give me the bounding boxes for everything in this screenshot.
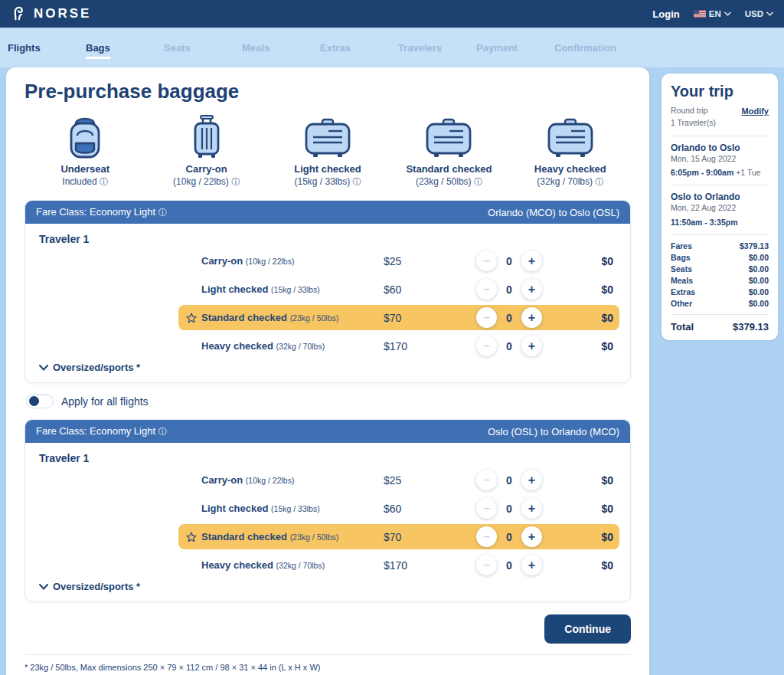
- bag-price: $70: [384, 312, 454, 324]
- increment-button[interactable]: +: [521, 279, 542, 300]
- bag-label: Carry-on (10kg / 22lbs): [201, 255, 384, 267]
- fare-class-label: Fare Class: Economy Light ⓘ: [36, 206, 167, 218]
- leg-date: Mon, 15 Aug 2022: [671, 153, 769, 165]
- norse-logo[interactable]: NORSE: [11, 5, 91, 22]
- decrement-button[interactable]: −: [476, 307, 497, 328]
- apply-all-toggle[interactable]: [26, 394, 54, 408]
- total-value: $379.13: [733, 321, 769, 333]
- bagtype-detail: (15kg / 33lbs) ⓘ: [267, 176, 388, 188]
- fee-row: Fares$379.13: [671, 241, 769, 251]
- decrement-button[interactable]: −: [476, 555, 497, 575]
- star-icon: [185, 312, 198, 324]
- increment-button[interactable]: +: [521, 470, 542, 490]
- info-icon[interactable]: ⓘ: [100, 177, 108, 186]
- increment-button[interactable]: +: [521, 498, 542, 519]
- bag-price: $170: [384, 559, 454, 572]
- quantity-stepper: − 0 +: [454, 279, 564, 300]
- bag-type-legend: Underseat Included ⓘ: [24, 113, 631, 188]
- decrement-button[interactable]: −: [476, 336, 497, 356]
- leg-time: 6:05pm - 9:00am: [671, 168, 733, 177]
- quantity-value: 0: [506, 283, 512, 296]
- bag-price: $60: [384, 283, 454, 296]
- quantity-value: 0: [506, 503, 512, 515]
- modify-link[interactable]: Modify: [742, 106, 769, 116]
- increment-button[interactable]: +: [521, 307, 542, 328]
- bagtype-name: Carry-on: [145, 163, 266, 175]
- bagtype-name: Light checked: [267, 163, 388, 175]
- oversized-sports-expander[interactable]: Oversized/sports *: [39, 581, 619, 592]
- decrement-button[interactable]: −: [476, 498, 497, 519]
- info-icon[interactable]: ⓘ: [474, 177, 482, 186]
- bag-price: $170: [384, 340, 454, 352]
- bag-row-carryon: Carry-on (10kg / 22lbs) $25 − 0 + $0: [36, 247, 619, 275]
- language-selector[interactable]: EN: [694, 9, 731, 18]
- row-total: $0: [564, 474, 613, 487]
- row-total: $0: [564, 283, 613, 296]
- norse-logo-icon: [11, 5, 28, 22]
- info-icon[interactable]: ⓘ: [158, 208, 167, 217]
- bag-row-standard-checked: Standard checked (23kg / 50lbs) $70 − 0 …: [36, 523, 619, 551]
- quantity-value: 0: [506, 559, 512, 572]
- tab-flights[interactable]: Flights: [8, 38, 86, 58]
- top-header: NORSE Login EN USD: [0, 0, 784, 28]
- tab-bags[interactable]: Bags: [86, 38, 164, 58]
- fee-row: Other$0.00: [671, 299, 769, 308]
- chevron-down-icon: [39, 365, 48, 371]
- bag-label: Standard checked (23kg / 50lbs): [201, 531, 384, 542]
- fare-class-label: Fare Class: Economy Light ⓘ: [36, 425, 167, 437]
- trip-title: Your trip: [671, 83, 769, 100]
- checked-suitcase-icon: [545, 117, 596, 160]
- tab-confirmation: Confirmation: [554, 38, 632, 58]
- quantity-value: 0: [506, 474, 512, 487]
- bag-row-heavy-checked: Heavy checked (32kg / 70lbs) $170 − 0 + …: [36, 551, 619, 579]
- increment-button[interactable]: +: [521, 526, 542, 547]
- fee-row: Meals$0.00: [671, 276, 769, 285]
- bag-row-heavy-checked: Heavy checked (32kg / 70lbs) $170 − 0 + …: [36, 332, 619, 360]
- chevron-down-icon: [766, 11, 773, 16]
- fare-class-bar: Fare Class: Economy Light ⓘ Oslo (OSL) t…: [25, 420, 630, 443]
- increment-button[interactable]: +: [521, 336, 542, 356]
- total-label: Total: [671, 321, 694, 333]
- leg-time-suffix: +1 Tue: [733, 168, 760, 177]
- chevron-down-icon: [39, 584, 48, 590]
- oversized-sports-expander[interactable]: Oversized/sports *: [39, 362, 619, 373]
- bagtype-detail: (10kg / 22lbs) ⓘ: [145, 176, 266, 188]
- row-total: $0: [564, 312, 613, 324]
- increment-button[interactable]: +: [521, 251, 542, 271]
- baggage-card: Pre-purchase baggage Underseat Included: [6, 67, 649, 675]
- bagtype-name: Standard checked: [388, 163, 509, 175]
- tab-travelers: Travelers: [398, 38, 476, 58]
- leg-time: 11:50am - 3:35pm: [671, 218, 738, 227]
- quantity-stepper: − 0 +: [454, 498, 564, 519]
- continue-button[interactable]: Continue: [544, 614, 631, 644]
- decrement-button[interactable]: −: [476, 251, 497, 271]
- leg-route: Oslo to Orlando: [671, 192, 769, 202]
- brand-name: NORSE: [34, 6, 91, 21]
- recommended-row-highlight: Standard checked (23kg / 50lbs) $70 − 0 …: [178, 305, 619, 330]
- decrement-button[interactable]: −: [476, 526, 497, 547]
- trip-type: Round trip: [671, 105, 707, 117]
- bag-row-standard-checked: Standard checked (23kg / 50lbs) $70 − 0 …: [36, 303, 619, 332]
- fare-section-outbound: Fare Class: Economy Light ⓘ Orlando (MCO…: [24, 200, 631, 383]
- fee-breakdown: Fares$379.13 Bags$0.00 Seats$0.00 Meals$…: [671, 241, 769, 308]
- decrement-button[interactable]: −: [476, 279, 497, 300]
- info-icon[interactable]: ⓘ: [158, 427, 167, 436]
- quantity-value: 0: [506, 312, 512, 324]
- info-icon[interactable]: ⓘ: [595, 177, 603, 186]
- checked-suitcase-icon: [423, 117, 474, 160]
- quantity-stepper: − 0 +: [454, 336, 564, 356]
- info-icon[interactable]: ⓘ: [353, 177, 361, 186]
- fee-row: Seats$0.00: [671, 264, 769, 274]
- bag-label: Carry-on (10kg / 22lbs): [201, 474, 384, 486]
- tab-seats: Seats: [164, 38, 242, 58]
- decrement-button[interactable]: −: [476, 470, 497, 490]
- carry-on-suitcase-icon: [190, 114, 224, 160]
- bag-row-light-checked: Light checked (15kg / 33lbs) $60 − 0 + $…: [36, 275, 619, 303]
- info-icon[interactable]: ⓘ: [231, 177, 240, 186]
- bag-price: $70: [384, 531, 454, 543]
- login-button[interactable]: Login: [652, 8, 679, 20]
- us-flag-icon: [694, 10, 706, 18]
- quantity-stepper: − 0 +: [454, 555, 564, 575]
- currency-selector[interactable]: USD: [745, 9, 773, 18]
- increment-button[interactable]: +: [521, 555, 542, 575]
